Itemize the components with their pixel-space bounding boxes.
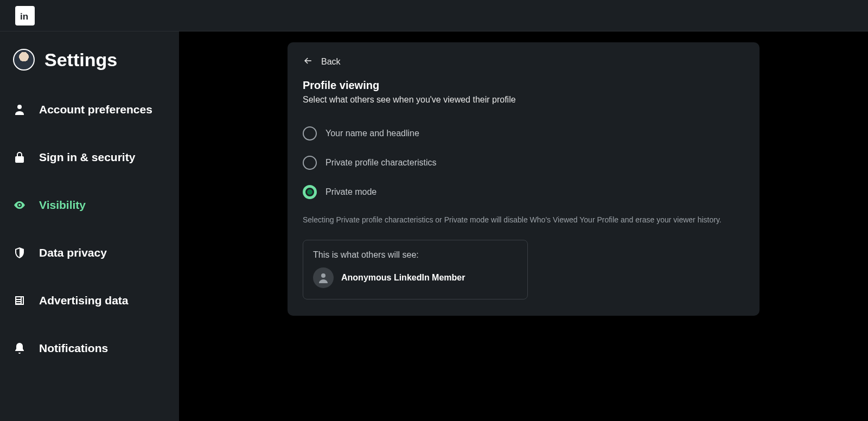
panel-subtitle: Select what others see when you've viewe… [303, 95, 744, 105]
svg-point-2 [17, 105, 22, 109]
sidebar-item-label: Sign in & security [39, 151, 135, 164]
panel-title: Profile viewing [303, 79, 744, 92]
sidebar-item-label: Visibility [39, 199, 86, 212]
linkedin-logo[interactable]: in [15, 6, 35, 25]
radio-option-name-headline[interactable]: Your name and headline [303, 126, 744, 141]
sidebar-item-label: Notifications [39, 342, 108, 355]
sidebar-item-label: Advertising data [39, 294, 129, 307]
radio-icon [303, 126, 317, 141]
radio-icon [303, 185, 317, 199]
settings-sidebar: Settings Account preferences Sign in & s… [0, 31, 179, 421]
sidebar-item-data-privacy[interactable]: Data privacy [0, 229, 179, 277]
sidebar-item-account-preferences[interactable]: Account preferences [0, 86, 179, 133]
back-button[interactable]: Back [303, 55, 744, 68]
sidebar-item-label: Data privacy [39, 246, 107, 259]
person-icon [13, 103, 26, 116]
anonymous-avatar-icon [313, 267, 334, 288]
radio-icon [303, 156, 317, 170]
top-bar: in [0, 0, 868, 31]
newspaper-icon [13, 294, 26, 307]
radio-label: Private profile characteristics [326, 158, 437, 168]
radio-option-private-mode[interactable]: Private mode [303, 185, 744, 199]
profile-viewing-panel: Back Profile viewing Select what others … [288, 42, 760, 316]
sidebar-item-notifications[interactable]: Notifications [0, 324, 179, 372]
content-area: Back Profile viewing Select what others … [179, 31, 868, 421]
preview-box: This is what others will see: Anonymous … [303, 240, 528, 299]
sidebar-item-advertising-data[interactable]: Advertising data [0, 277, 179, 324]
back-label: Back [321, 57, 341, 67]
sidebar-item-visibility[interactable]: Visibility [0, 181, 179, 229]
svg-text:in: in [20, 11, 28, 22]
radio-option-private-characteristics[interactable]: Private profile characteristics [303, 156, 744, 170]
shield-icon [13, 246, 26, 259]
preview-name: Anonymous LinkedIn Member [341, 273, 465, 283]
svg-point-3 [321, 273, 326, 278]
bell-icon [13, 342, 26, 355]
linkedin-icon: in [18, 9, 31, 22]
sidebar-item-label: Account preferences [39, 103, 152, 116]
page-title: Settings [44, 49, 117, 71]
sidebar-item-sign-in-security[interactable]: Sign in & security [0, 133, 179, 181]
radio-label: Private mode [326, 187, 376, 197]
preview-label: This is what others will see: [313, 250, 518, 260]
lock-icon [13, 151, 26, 164]
eye-icon [13, 199, 26, 212]
arrow-left-icon [303, 55, 314, 68]
settings-nav: Account preferences Sign in & security V… [0, 86, 179, 372]
radio-label: Your name and headline [326, 129, 419, 138]
preview-row: Anonymous LinkedIn Member [313, 267, 518, 288]
user-avatar[interactable] [13, 49, 35, 71]
sidebar-header: Settings [0, 44, 179, 86]
hint-text: Selecting Private profile characteristic… [303, 214, 744, 226]
